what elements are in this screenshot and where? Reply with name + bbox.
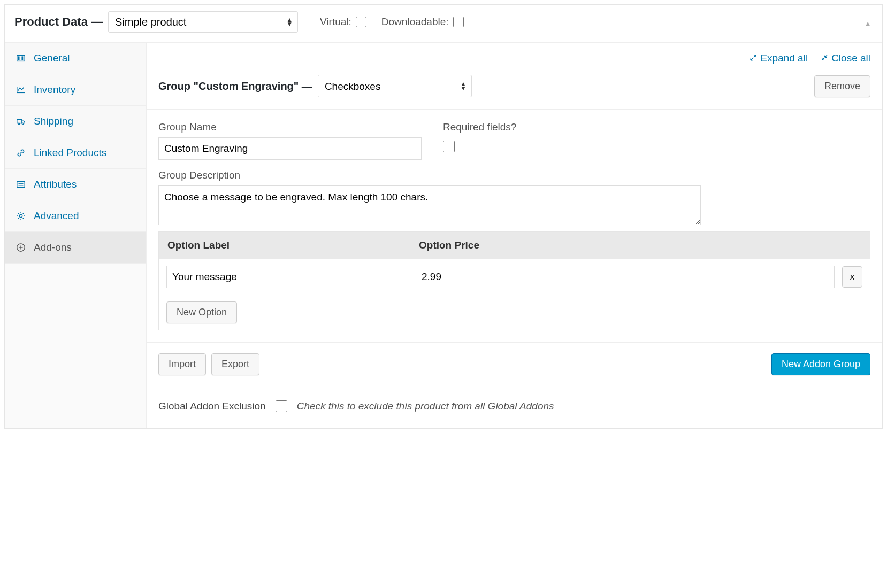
group-description-field: Group Description — [158, 169, 870, 225]
expand-icon — [750, 52, 757, 64]
options-table-head: Option Label Option Price — [159, 232, 870, 259]
product-type-select[interactable]: Simple product — [108, 11, 298, 33]
svg-point-11 — [19, 214, 22, 217]
gear-icon — [16, 211, 26, 221]
list-icon — [16, 179, 26, 190]
group-type-select[interactable]: Checkboxes — [318, 75, 472, 97]
downloadable-label: Downloadable: — [381, 16, 449, 28]
main-content: Expand all Close all Group "Custom Engra… — [147, 43, 882, 428]
options-table-foot: New Option — [159, 295, 870, 330]
option-price-input[interactable] — [416, 266, 835, 288]
delete-option-button[interactable]: x — [842, 266, 862, 288]
option-row: x — [159, 259, 870, 295]
link-icon — [16, 148, 26, 158]
group-name-input[interactable] — [158, 137, 422, 160]
sidebar-item-label: Linked Products — [34, 147, 106, 159]
group-description-label: Group Description — [158, 169, 870, 181]
panel-title: Product Data — — [14, 15, 103, 29]
downloadable-checkbox[interactable] — [453, 17, 464, 27]
sidebar-item-label: Attributes — [34, 179, 77, 190]
sidebar-item-label: General — [34, 52, 70, 64]
sidebar-item-label: Inventory — [34, 84, 75, 96]
new-addon-group-button[interactable]: New Addon Group — [771, 353, 870, 375]
collapse-icon — [821, 52, 828, 64]
group-body: Group Name Required fields? Group Descri… — [147, 109, 882, 342]
collapse-caret-icon[interactable]: ▲ — [864, 19, 871, 28]
plus-circle-icon — [16, 242, 26, 253]
group-name-field: Group Name — [158, 121, 422, 160]
sidebar-item-advanced[interactable]: Advanced — [5, 200, 146, 232]
svg-rect-5 — [17, 119, 22, 123]
chart-icon — [16, 84, 26, 95]
barcode-icon — [16, 53, 26, 64]
footer-bar: Import Export New Addon Group — [147, 342, 882, 386]
panel-header: Product Data — Simple product ▲▼ Virtual… — [5, 5, 882, 43]
sidebar-item-addons[interactable]: Add-ons — [5, 232, 146, 264]
virtual-checkbox[interactable] — [356, 17, 366, 27]
options-table: Option Label Option Price x New Option — [158, 231, 870, 330]
truck-icon — [16, 116, 26, 127]
sidebar-item-inventory[interactable]: Inventory — [5, 74, 146, 106]
new-option-button[interactable]: New Option — [166, 301, 237, 323]
field-row: Group Name Required fields? — [158, 121, 870, 160]
close-all-label: Close all — [831, 52, 870, 64]
panel-body: General Inventory Shipping Linked Produc… — [5, 43, 882, 428]
svg-point-6 — [18, 123, 20, 125]
close-all-link[interactable]: Close all — [821, 52, 870, 64]
required-field: Required fields? — [443, 121, 516, 160]
divider — [309, 14, 309, 30]
export-button[interactable]: Export — [211, 353, 259, 375]
group-title: Group "Custom Engraving" — — [158, 80, 312, 92]
sidebar-item-general[interactable]: General — [5, 43, 146, 74]
virtual-label: Virtual: — [320, 16, 351, 28]
exclusion-label: Global Addon Exclusion — [158, 400, 266, 412]
option-label-header: Option Label — [167, 239, 419, 251]
sidebar-item-attributes[interactable]: Attributes — [5, 169, 146, 200]
svg-point-7 — [22, 123, 24, 125]
exclusion-checkbox[interactable] — [276, 400, 287, 412]
group-name-label: Group Name — [158, 121, 422, 133]
required-label: Required fields? — [443, 121, 516, 133]
sidebar: General Inventory Shipping Linked Produc… — [5, 43, 147, 428]
addon-group-header: Group "Custom Engraving" — Checkboxes ▲▼… — [147, 69, 882, 109]
sidebar-item-label: Shipping — [34, 115, 73, 127]
sidebar-item-label: Advanced — [34, 210, 79, 222]
required-checkbox[interactable] — [443, 141, 455, 152]
sidebar-item-shipping[interactable]: Shipping — [5, 106, 146, 137]
option-price-header: Option Price — [419, 239, 861, 251]
import-button[interactable]: Import — [158, 353, 206, 375]
sidebar-item-linked[interactable]: Linked Products — [5, 137, 146, 169]
toolbar-top: Expand all Close all — [147, 43, 882, 69]
svg-rect-8 — [17, 182, 25, 188]
product-data-panel: Product Data — Simple product ▲▼ Virtual… — [4, 4, 883, 429]
group-description-input[interactable] — [158, 185, 701, 225]
sidebar-item-label: Add-ons — [34, 242, 72, 253]
remove-group-button[interactable]: Remove — [814, 75, 870, 97]
exclusion-hint: Check this to exclude this product from … — [297, 400, 554, 412]
option-label-input[interactable] — [166, 266, 408, 288]
expand-all-link[interactable]: Expand all — [750, 52, 808, 64]
expand-all-label: Expand all — [760, 52, 808, 64]
exclusion-bar: Global Addon Exclusion Check this to exc… — [147, 386, 882, 428]
